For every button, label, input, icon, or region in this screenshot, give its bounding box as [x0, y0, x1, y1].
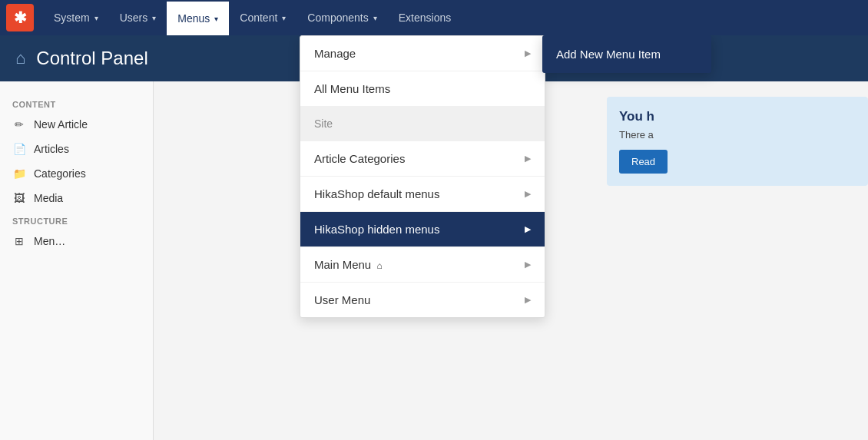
navbar: ✱ System ▾ Users ▾ Menus ▾ Content ▾ Com…	[0, 0, 868, 35]
joomla-logo-icon: ✱	[14, 8, 27, 27]
page-title: Control Panel	[36, 48, 147, 69]
dropdown-item-hikashop-default[interactable]: HikaShop default menus ▶	[300, 177, 545, 212]
home-icon: ⌂	[15, 48, 25, 68]
sidebar: CONTENT ✏ New Article 📄 Articles 📁 Categ…	[0, 81, 154, 440]
arrow-icon: ▶	[525, 224, 531, 234]
menus-dropdown: Manage ▶ All Menu Items Site Article Cat…	[300, 35, 545, 318]
nav-item-extensions[interactable]: Extensions	[388, 0, 462, 35]
sub-dropdown: Add New Menu Item	[542, 35, 711, 73]
you-have-card: You h There a Read	[607, 97, 868, 186]
nav-item-components[interactable]: Components ▾	[297, 0, 387, 35]
nav-items: System ▾ Users ▾ Menus ▾ Content ▾ Compo…	[43, 0, 462, 35]
you-have-text: There a	[619, 129, 856, 141]
articles-icon: 📄	[12, 143, 26, 155]
arrow-icon: ▶	[525, 260, 531, 270]
caret-icon: ▾	[282, 14, 286, 22]
sidebar-item-categories[interactable]: 📁 Categories	[0, 161, 153, 186]
structure-section-title: STRUCTURE	[0, 210, 153, 229]
dropdown-item-hikashop-hidden[interactable]: HikaShop hidden menus ▶	[300, 212, 545, 247]
dropdown-item-manage[interactable]: Manage ▶	[300, 36, 545, 71]
arrow-icon: ▶	[525, 189, 531, 199]
edit-icon: ✏	[12, 118, 26, 131]
read-more-button[interactable]: Read	[619, 150, 668, 174]
menus-icon: ⊞	[12, 235, 26, 247]
arrow-icon: ▶	[525, 295, 531, 305]
dropdown-item-user-menu[interactable]: User Menu ▶	[300, 283, 545, 317]
sidebar-item-menus[interactable]: ⊞ Men…	[0, 229, 153, 253]
dropdown-section-site: Site	[300, 107, 545, 141]
content-section-title: CONTENT	[0, 94, 153, 112]
page-wrapper: ✱ System ▾ Users ▾ Menus ▾ Content ▾ Com…	[0, 0, 868, 440]
you-have-title: You h	[619, 109, 856, 124]
arrow-icon: ▶	[525, 48, 531, 58]
arrow-icon: ▶	[525, 154, 531, 164]
nav-item-system[interactable]: System ▾	[43, 0, 109, 35]
nav-item-content[interactable]: Content ▾	[229, 0, 297, 35]
sidebar-item-articles[interactable]: 📄 Articles	[0, 137, 153, 161]
nav-item-menus[interactable]: Menus ▾	[167, 0, 229, 35]
home-icon-small: ⌂	[374, 260, 383, 271]
dropdown-item-main-menu[interactable]: Main Menu ⌂ ▶	[300, 247, 545, 283]
media-icon: 🖼	[12, 192, 26, 204]
dropdown-item-all-menu-items[interactable]: All Menu Items	[300, 71, 545, 107]
sidebar-item-new-article[interactable]: ✏ New Article	[0, 112, 153, 137]
categories-icon: 📁	[12, 167, 26, 180]
caret-icon: ▾	[94, 14, 98, 22]
sub-dropdown-item-add-new[interactable]: Add New Menu Item	[542, 35, 711, 73]
caret-icon: ▾	[373, 14, 377, 22]
nav-item-users[interactable]: Users ▾	[109, 0, 167, 35]
sidebar-item-media[interactable]: 🖼 Media	[0, 186, 153, 210]
joomla-brand[interactable]: ✱	[6, 4, 34, 31]
caret-icon: ▾	[152, 14, 156, 22]
dropdown-item-article-categories[interactable]: Article Categories ▶	[300, 141, 545, 177]
caret-icon: ▾	[214, 15, 218, 23]
